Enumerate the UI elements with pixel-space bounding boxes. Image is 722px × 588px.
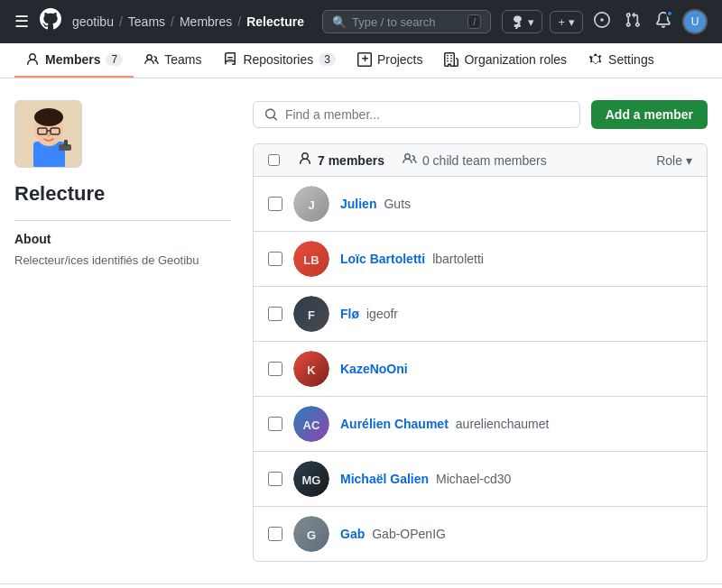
svg-rect-9 [64,140,68,146]
role-label: Role [656,153,682,168]
member-avatar-5: MG [293,461,329,497]
tab-org-roles[interactable]: Organization roles [433,43,578,78]
chevron-down-icon2: ▾ [569,15,575,29]
svg-text:K: K [307,363,316,377]
repo-icon [223,52,237,67]
members-badge: 7 [106,53,123,66]
member-avatar-4: AC [293,406,329,442]
tab-projects[interactable]: Projects [347,43,434,78]
member-info-1: Loïc Bartoletti lbartoletti [340,252,484,266]
member-name-5[interactable]: Michaël Galien [340,472,429,486]
member-username-4: aurelienchaumet [456,417,550,431]
tab-repositories[interactable]: Repositories 3 [212,43,347,78]
sidebar-divider [14,220,231,221]
member-name-2[interactable]: Flø [340,307,359,321]
project-icon [357,52,372,67]
breadcrumb-org[interactable]: geotibu [72,14,114,29]
issues-button[interactable] [590,8,614,36]
member-avatar-0: J [293,186,329,222]
copilot-button[interactable]: ▾ [502,10,542,33]
svg-text:MG: MG [302,473,321,487]
add-member-button[interactable]: Add a member [591,100,708,129]
member-checkbox-6[interactable] [268,527,282,541]
svg-text:LB: LB [303,253,319,267]
member-username-2: igeofr [366,307,398,321]
user-avatar[interactable]: U [682,9,708,34]
role-dropdown[interactable]: Role ▾ [656,153,692,168]
member-avatar-2: F [293,296,329,332]
member-name-1[interactable]: Loïc Bartoletti [340,252,425,266]
member-name-3[interactable]: KazeNoOni [340,362,408,376]
breadcrumb-sep2: / [171,14,174,29]
member-info-6: Gab Gab-OPenIG [340,527,446,541]
child-team-count-label: 0 child team members [422,153,547,168]
member-name-6[interactable]: Gab [340,527,365,541]
member-name-4[interactable]: Aurélien Chaumet [340,417,449,431]
tab-teams[interactable]: Teams [134,43,212,78]
people-icon [144,52,159,67]
svg-point-7 [47,134,51,137]
person-icon [298,152,312,169]
child-icon [403,152,417,169]
plus-icon: + [558,15,565,29]
member-checkbox-3[interactable] [268,362,282,376]
search-member-input-wrapper[interactable] [253,101,580,128]
member-username-5: Michael-cd30 [436,472,511,486]
table-row: G Gab Gab-OPenIG [254,507,707,561]
breadcrumb-teams[interactable]: Teams [128,14,165,29]
team-avatar [14,100,82,168]
table-row: AC Aurélien Chaumet aurelienchaumet [254,397,707,452]
svg-text:AC: AC [303,418,320,432]
footer: © 2025 GitHub, Inc. · Terms Privacy Secu… [0,583,722,588]
person-icon [25,52,40,67]
member-username-6: Gab-OPenIG [372,527,446,541]
top-nav-actions: ▾ + ▾ U [502,8,708,36]
table-row: J Julien Guts [254,177,707,232]
member-checkbox-1[interactable] [268,252,282,266]
find-member-input[interactable] [285,107,569,122]
notification-dot [666,10,673,17]
member-avatar-3: K [293,351,329,387]
child-team-count: 0 child team members [403,152,547,169]
team-name: Relecture [14,182,231,206]
github-logo[interactable] [40,8,61,35]
member-info-5: Michaël Galien Michael-cd30 [340,472,511,486]
org-roles-icon [444,52,458,67]
member-avatar-6: G [293,516,329,552]
member-info-3: KazeNoOni [340,362,415,376]
content-area: Add a member 7 members 0 child team memb… [253,100,708,562]
hamburger-menu[interactable]: ☰ [14,12,29,32]
member-username-0: Guts [384,197,411,211]
search-icon2 [264,107,278,122]
tab-teams-label: Teams [164,52,201,67]
member-checkbox-4[interactable] [268,417,282,431]
tab-members[interactable]: Members 7 [14,43,134,78]
members-table: 7 members 0 child team members Role ▾ [253,143,708,562]
member-checkbox-2[interactable] [268,307,282,321]
member-checkbox-0[interactable] [268,197,282,211]
pullrequests-button[interactable] [621,8,644,36]
chevron-down-icon: ▾ [528,15,534,29]
breadcrumb-current: Relecture [246,14,304,29]
search-icon: 🔍 [332,15,347,29]
new-button[interactable]: + ▾ [550,11,583,33]
about-text: Relecteur/ices identifiés de Geotibu [14,253,231,267]
top-navigation: ☰ geotibu / Teams / Membres / Relecture … [0,0,722,43]
search-kbd: / [467,14,481,29]
members-list: J Julien Guts LB Loïc Bartoletti l [254,177,707,561]
about-title: About [14,232,231,246]
member-name-0[interactable]: Julien [340,197,376,211]
member-info-4: Aurélien Chaumet aurelienchaumet [340,417,549,431]
members-count-label: 7 members [318,153,384,168]
notifications-button[interactable] [652,8,675,36]
breadcrumb-sep1: / [119,14,123,29]
select-all-checkbox[interactable] [268,154,280,166]
global-search[interactable]: 🔍 Type / to search / [322,10,491,33]
table-row: MG Michaël Galien Michael-cd30 [254,452,707,507]
member-checkbox-5[interactable] [268,472,282,486]
role-chevron-icon: ▾ [686,153,692,168]
breadcrumb-membres[interactable]: Membres [180,14,232,29]
svg-text:G: G [307,528,316,542]
member-info-0: Julien Guts [340,197,411,211]
tab-settings[interactable]: Settings [578,43,665,78]
